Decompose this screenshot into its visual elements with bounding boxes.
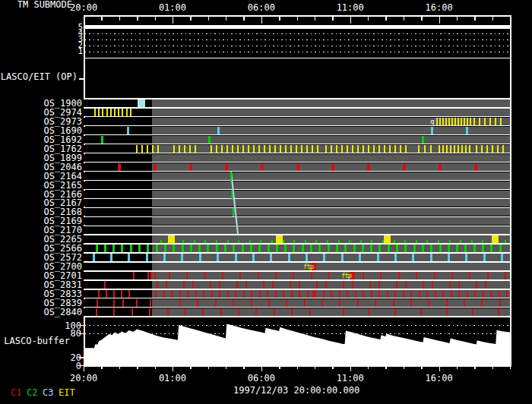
event-tick: [323, 254, 325, 261]
time-label-bottom: 20:00: [70, 374, 97, 383]
event-tick: [458, 118, 459, 125]
event-tick: [182, 245, 184, 252]
event-tick: [474, 163, 477, 171]
event-tick: [216, 145, 217, 153]
event-tick: [312, 145, 313, 153]
event-tick: [464, 299, 465, 307]
event-tick: [225, 163, 228, 171]
buffer-gridline: [85, 325, 509, 326]
row-label: OS_1899: [0, 153, 82, 163]
tm-submode-label: TM SUBMODE: [0, 0, 72, 9]
event-tick: [128, 254, 130, 261]
event-tick: [454, 118, 456, 125]
event-tick: [202, 308, 204, 316]
time-label-bottom: 06:00: [248, 374, 275, 383]
event-tick: [275, 290, 277, 298]
row-label: OS_2165: [0, 181, 82, 190]
row-label: OS_2164: [0, 172, 82, 181]
event-tick: [359, 254, 361, 261]
event-tick: [378, 245, 381, 252]
event-tick: [167, 308, 169, 316]
row-label: OS_2840: [0, 308, 82, 317]
event-tick: [343, 281, 344, 289]
top-axis-tick: [243, 16, 244, 21]
event-tick: [235, 290, 236, 298]
event-tick: [179, 299, 181, 307]
event-tick: [464, 245, 467, 252]
event-tick: [97, 299, 98, 307]
event-tick: [312, 290, 316, 298]
event-tick: [403, 163, 406, 171]
event-tick: [226, 145, 228, 153]
event-tick: [499, 245, 502, 252]
time-label-top: 06:00: [248, 3, 275, 12]
event-tick: [448, 118, 450, 125]
event-tick: [275, 272, 277, 279]
event-tick: [157, 145, 159, 153]
event-tick: [450, 145, 451, 153]
event-tick: [130, 109, 131, 116]
event-tick: [410, 299, 412, 307]
buffer-ytick-label: 0: [0, 361, 81, 371]
event-tick: [242, 245, 244, 252]
event-tick: [318, 245, 321, 252]
event-tick: [423, 281, 424, 289]
top-axis-tick: [226, 16, 226, 21]
event-tick: [173, 145, 175, 153]
event-tick: [130, 245, 132, 252]
event-tick: [133, 272, 135, 279]
event-tick: [485, 281, 486, 289]
event-tick: [490, 245, 492, 252]
event-tick: [197, 299, 198, 307]
event-tick: [467, 290, 468, 298]
event-tick: [464, 118, 465, 125]
event-tick: [106, 290, 107, 298]
event-tick: [422, 136, 424, 144]
event-tick: [405, 281, 407, 289]
event-tick: [400, 145, 401, 153]
buffer-ytick: [79, 333, 84, 334]
event-tick: [357, 299, 359, 307]
event-tick: [378, 290, 380, 298]
plan-timeline-screen: TM SUBMODE LASCO/EIT (OP) LASCO-buffer 1…: [0, 0, 532, 404]
event-tick: [498, 308, 499, 316]
event-tick: [216, 245, 218, 252]
event-tick: [204, 272, 206, 279]
event-tick: [325, 281, 327, 289]
event-tick: [331, 163, 334, 171]
top-axis-tick: [119, 16, 120, 21]
event-tick: [299, 281, 300, 289]
event-tick: [448, 245, 450, 252]
event-tick: [276, 245, 278, 252]
event-tick: [355, 290, 356, 298]
event-tick: [316, 281, 318, 289]
event-tick: [378, 145, 380, 153]
row-band: [84, 191, 510, 198]
row-grey-region: [152, 299, 510, 307]
event-tick: [476, 145, 477, 153]
event-tick: [412, 254, 414, 261]
event-tick: [506, 290, 508, 298]
event-tick: [155, 290, 157, 298]
event-tick: [495, 118, 496, 125]
tm-submode-value-bar: [84, 25, 510, 29]
row-grey-region: [152, 118, 510, 125]
event-tick: [285, 145, 287, 153]
legend-item-eit: EIT: [59, 388, 75, 397]
event-tick: [195, 290, 197, 298]
event-tick: [131, 308, 133, 316]
event-tick: [101, 136, 103, 144]
row-band: [84, 145, 510, 153]
top-axis-tick: [404, 16, 404, 21]
row-band: [84, 208, 510, 216]
event-tick: [419, 290, 420, 298]
event-tick: [368, 145, 369, 153]
event-tick: [291, 290, 293, 298]
event-tick: [473, 118, 475, 125]
event-tick: [473, 245, 476, 252]
row-grey-region: [152, 109, 510, 116]
event-tick: [341, 145, 343, 153]
event-tick: [465, 254, 467, 261]
top-axis-tick: [279, 16, 280, 21]
legend-item-c3: C3: [43, 388, 53, 397]
